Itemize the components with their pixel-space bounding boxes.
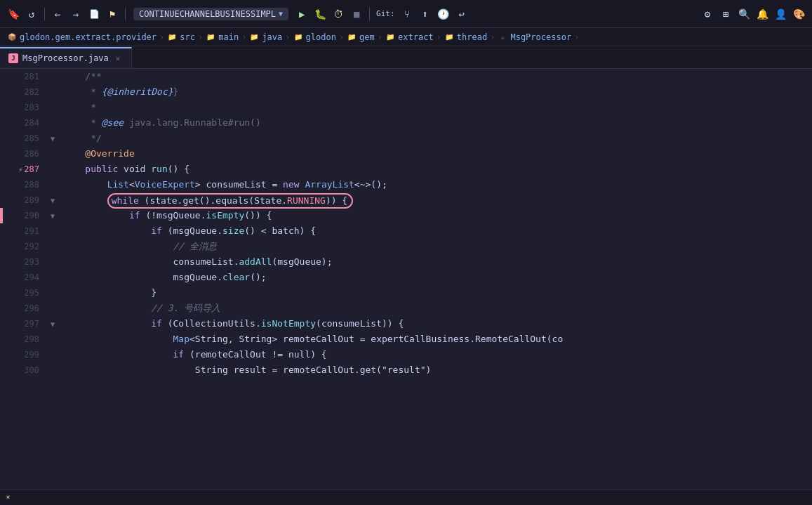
extract-folder-icon: 📁 [385, 32, 395, 42]
fold-289[interactable]: ▼ [48, 192, 58, 208]
breadcrumb-sep3: › [241, 32, 246, 42]
grid-icon[interactable]: ⊞ [718, 6, 733, 22]
fold-291 [48, 223, 58, 239]
code-text: RUNNING [287, 195, 326, 206]
fold-292 [48, 239, 58, 254]
git-revert-icon[interactable]: ↩ [454, 6, 470, 22]
fold-290[interactable]: ▼ [48, 208, 58, 223]
code-text: (remoteCallOut != null) { [184, 347, 327, 362]
code-text: consumeList. [63, 254, 239, 270]
main-folder-icon: 📁 [206, 32, 215, 42]
line-num-292: 292 [6, 239, 48, 254]
line-num-289: 289 [6, 192, 48, 208]
code-line-299: if (remoteCallOut != null) { [63, 347, 812, 362]
code-line-290: if (!msgQueue.isEmpty()) { [63, 208, 812, 223]
fold-285[interactable]: ▼ [48, 131, 58, 146]
code-text: (state.get().equals(State. [139, 195, 287, 206]
forward-icon[interactable]: → [68, 6, 84, 22]
line-num-285: 285 [6, 131, 48, 146]
code-text: * [63, 100, 96, 115]
stop-icon[interactable]: ■ [349, 6, 364, 22]
toolbar-separator [44, 8, 45, 20]
line-num-282: 282 [6, 84, 48, 100]
back-icon[interactable]: ← [50, 6, 65, 22]
code-text: (consumeList)) { [316, 316, 404, 332]
code-text: /** [63, 69, 102, 84]
code-line-293: consumeList.addAll(msgQueue); [63, 254, 812, 270]
line-num-293: 293 [6, 254, 48, 270]
code-text: (msgQueue. [162, 223, 222, 239]
run-icon[interactable]: ▶ [294, 6, 310, 22]
tab-msgprocessor[interactable]: J MsgProcessor.java × [0, 47, 132, 68]
status-icon: ☀ [6, 493, 11, 502]
bookmark-icon[interactable]: 🔖 [6, 6, 21, 22]
run-config-selector[interactable]: CONTINUECHANNELBUSINESSIMPL ▼ [133, 8, 288, 20]
refresh-icon[interactable]: ↺ [24, 6, 39, 22]
debug-breakpoint-icon: ⚡ [18, 166, 22, 173]
code-text [63, 146, 85, 162]
breadcrumb-gem[interactable]: gem [359, 32, 375, 42]
config-arrow-icon: ▼ [279, 10, 283, 18]
fold-297[interactable]: ▼ [48, 316, 58, 332]
fold-284 [48, 115, 58, 131]
recent-files-icon[interactable]: 📄 [86, 6, 102, 22]
tab-close-button[interactable]: × [113, 53, 123, 63]
search-icon[interactable]: 🔍 [736, 6, 752, 22]
toolbar: 🔖 ↺ ← → 📄 ⚑ CONTINUECHANNELBUSINESSIMPL … [0, 0, 812, 28]
toolbar-separator3 [369, 8, 370, 20]
fold-288 [48, 177, 58, 192]
code-content[interactable]: /** * {@inheritDoc}} * * @see java.lang.… [58, 69, 812, 505]
theme-icon[interactable]: 🎨 [791, 6, 806, 22]
notifications-icon[interactable]: 🔔 [754, 6, 770, 22]
git-history-icon[interactable]: 🕐 [436, 6, 451, 22]
code-text [63, 301, 151, 316]
breadcrumb-src[interactable]: src [180, 32, 195, 42]
code-line-295: } [63, 285, 812, 301]
code-text: * [63, 84, 102, 100]
breadcrumb-thread[interactable]: thread [457, 32, 487, 42]
breadcrumb: 📦 glodon.gem.extract.provider › 📁 src › … [0, 28, 812, 46]
line-num-291: 291 [6, 223, 48, 239]
breadcrumb-glodon[interactable]: glodon [306, 32, 336, 42]
breadcrumb-sep5: › [339, 32, 344, 42]
breadcrumb-java[interactable]: java [262, 32, 282, 42]
toolbar-separator2 [125, 8, 126, 20]
breadcrumb-msgprocessor[interactable]: MsgProcessor [510, 32, 571, 42]
thread-folder-icon: 📁 [444, 32, 454, 42]
git-branch-icon[interactable]: ⑂ [399, 6, 415, 22]
code-text: new [283, 177, 299, 192]
while-loop-highlight: while (state.get().equals(State.RUNNING)… [107, 193, 354, 209]
code-line-289: while (state.get().equals(State.RUNNING)… [63, 192, 812, 208]
breadcrumb-sep4: › [285, 32, 290, 42]
code-text: // 全消息 [63, 239, 217, 254]
profile-icon[interactable]: 👤 [773, 6, 788, 22]
breadcrumb-sep2: › [198, 32, 203, 42]
code-text [63, 192, 107, 208]
code-text: run [151, 162, 167, 177]
line-num-298: 298 [6, 332, 48, 347]
coverage-icon[interactable]: ⏱ [331, 6, 346, 22]
code-text: () { [168, 162, 189, 177]
line-num-284: 284 [6, 115, 48, 131]
fold-283 [48, 100, 58, 115]
settings-icon[interactable]: ⚙ [700, 6, 715, 22]
bookmark2-icon[interactable]: ⚑ [105, 6, 120, 22]
code-text: VoiceExpert [135, 177, 195, 192]
git-push-icon[interactable]: ⬆ [418, 6, 433, 22]
code-text: {@inheritDoc} [102, 84, 173, 100]
fold-282 [48, 84, 58, 100]
debug-icon[interactable]: 🐛 [312, 6, 328, 22]
line-num-299: 299 [6, 347, 48, 362]
code-line-283: * [63, 100, 812, 115]
breadcrumb-extract[interactable]: extract [398, 32, 434, 42]
code-text: */ [63, 131, 102, 146]
error-marker [0, 208, 3, 223]
breadcrumb-provider[interactable]: glodon.gem.extract.provider [20, 32, 157, 42]
code-text [63, 177, 107, 192]
java-file-icon: J [8, 53, 18, 63]
code-line-298: Map<String, String> remoteCallOut = expe… [63, 332, 812, 347]
code-text: ArrayList [305, 177, 354, 192]
line-num-286: 286 [6, 146, 48, 162]
code-text: isEmpty [206, 208, 245, 223]
breadcrumb-main[interactable]: main [218, 32, 239, 42]
